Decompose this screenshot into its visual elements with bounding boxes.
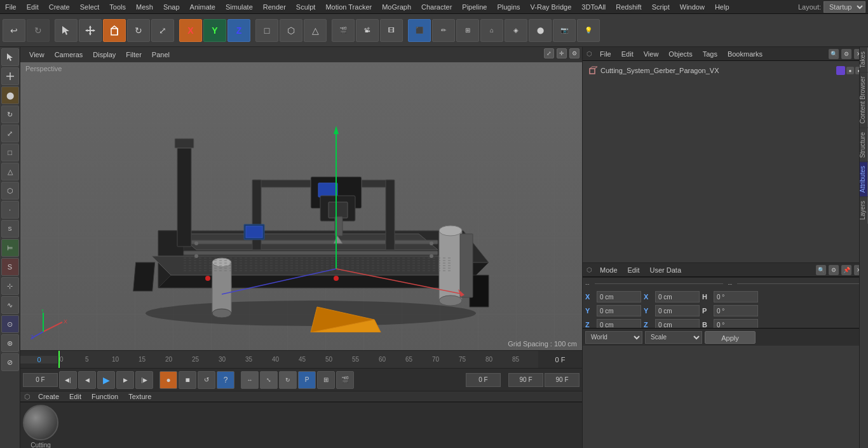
viewport-filter-tab[interactable]: Filter [121,50,146,60]
grid-btn[interactable]: ⊞ [317,371,335,389]
viewport-view-tab[interactable]: View [24,50,50,60]
left-mirror-btn[interactable]: ⊨ [1,239,19,257]
z-axis-button[interactable]: Z [227,19,250,42]
left-poly-btn[interactable]: △ [1,163,19,180]
side-tab-takes[interactable]: Takes [860,47,868,72]
spline-button[interactable]: ✏ [432,19,455,42]
deform-button[interactable]: ⌂ [480,19,503,42]
menu-file[interactable]: File [0,2,22,12]
step-fwd-btn[interactable]: ▶ [116,371,134,389]
menu-edit[interactable]: Edit [22,2,44,12]
undo-button[interactable]: ↩ [3,19,25,42]
menu-redshift[interactable]: Redshift [611,2,646,12]
side-tab-attributes[interactable]: Attributes [860,161,868,196]
left-point-btn[interactable]: · [1,201,19,219]
side-tab-layers[interactable]: Layers [860,196,868,224]
light-button[interactable]: 💡 [577,19,600,42]
play-btn[interactable]: ▶ [97,371,115,389]
viewport-panel-tab[interactable]: Panel [147,50,175,60]
coord-x-input[interactable] [597,291,641,302]
render-view-btn[interactable]: 🎬 [336,371,354,389]
menu-mograph[interactable]: MoGraph [377,2,416,12]
menu-create[interactable]: Create [44,2,75,12]
help-btn[interactable]: ? [217,371,234,389]
camera-button[interactable]: 📷 [553,19,576,42]
menu-simulate[interactable]: Simulate [220,2,258,12]
material-button[interactable]: ⬤ [529,19,552,42]
side-tab-content-browser[interactable]: Content Browser [860,72,868,127]
material-function-tab[interactable]: Function [86,391,123,402]
attr-settings-btn[interactable]: ⚙ [829,265,839,275]
loop-btn[interactable]: ↺ [198,371,215,389]
objects-settings-btn[interactable]: ⚙ [841,49,851,59]
menu-animate[interactable]: Animate [185,2,220,12]
timeline-ruler[interactable]: 0 5 10 15 20 25 30 35 40 45 50 55 60 65 … [58,351,538,368]
viewport[interactable]: View Cameras Display Filter Panel ⤢ ✛ ⚙ … [20,47,582,350]
edge-mode-button[interactable]: ⬡ [280,19,302,42]
render-to-po-button[interactable]: 📽 [356,19,379,42]
render-settings-button[interactable]: 🎞 [380,19,403,42]
vp-move-view-btn[interactable]: ✛ [557,48,567,58]
menu-select[interactable]: Select [75,2,105,12]
objects-bookmarks-tab[interactable]: Bookmarks [722,49,768,59]
menu-3dtoall[interactable]: 3DToAll [576,2,611,12]
null-button[interactable]: ⬛ [408,19,431,42]
left-tool4-btn[interactable]: ⊛ [1,334,19,352]
left-tool3-btn[interactable]: ⊙ [1,315,19,333]
material-texture-tab[interactable]: Texture [123,391,156,402]
menu-render[interactable]: Render [258,2,291,12]
cube-button[interactable] [103,19,126,42]
scale-select[interactable]: Scale [645,331,702,344]
stop-btn[interactable]: ■ [179,371,196,389]
current-frame-input[interactable] [466,373,501,387]
attr-pin-btn[interactable]: 📌 [841,265,851,275]
attr-edit-tab[interactable]: Edit [623,265,645,275]
menu-vray[interactable]: V-Ray Bridge [526,2,577,12]
left-select-btn[interactable] [1,48,19,66]
redo-button[interactable]: ↻ [27,19,50,42]
end-frame-input2[interactable] [545,373,580,387]
material-edit-tab[interactable]: Edit [64,391,86,402]
left-tool5-btn[interactable]: ⊘ [1,353,19,371]
menu-character[interactable]: Character [416,2,457,12]
left-snap-btn[interactable]: S [1,220,19,238]
left-rotate-btn[interactable]: ↻ [1,105,19,123]
layout-dropdown[interactable]: Startup [824,1,865,13]
left-sym-btn[interactable]: S [1,258,19,276]
menu-tools[interactable]: Tools [104,2,131,12]
material-create-tab[interactable]: Create [33,391,64,402]
left-edge-btn[interactable]: ⬡ [1,182,19,200]
object-visible-btn[interactable]: ● [846,67,854,74]
left-move-btn[interactable] [1,67,19,85]
objects-file-tab[interactable]: File [595,49,616,59]
start-frame-input[interactable] [23,373,58,387]
left-tool2-btn[interactable]: ∿ [1,296,19,314]
object-mode-button[interactable]: □ [255,19,278,42]
menu-window[interactable]: Window [675,2,710,12]
objects-objects-tab[interactable]: Objects [663,49,697,59]
coord-y2-input[interactable] [655,305,700,316]
viewport-cameras-tab[interactable]: Cameras [50,50,88,60]
objects-view-tab[interactable]: View [639,49,664,59]
coord-h-input[interactable] [714,291,758,302]
render-region-button[interactable]: 🎬 [332,19,355,42]
world-select[interactable]: World [585,331,642,344]
proxy-btn[interactable]: P [298,371,316,389]
menu-pipeline[interactable]: Pipeline [457,2,492,12]
vp-maximize-btn[interactable]: ⤢ [544,48,554,58]
viewport-display-tab[interactable]: Display [88,50,121,60]
subdivide-button[interactable]: ⊞ [456,19,479,42]
transform-scale-btn[interactable]: ⤡ [260,371,278,389]
x-axis-button[interactable]: X [179,19,202,42]
scale-button[interactable]: ⤢ [151,19,174,42]
left-scale-btn[interactable]: ⤢ [1,125,19,142]
y-axis-button[interactable]: Y [203,19,226,42]
objects-search-btn[interactable]: 🔍 [829,49,839,59]
attr-search-btn[interactable]: 🔍 [816,265,826,275]
material-ball[interactable] [23,405,58,440]
attr-userdata-tab[interactable]: User Data [645,265,687,275]
menu-sculpt[interactable]: Sculpt [291,2,321,12]
menu-mesh[interactable]: Mesh [131,2,158,12]
side-tab-structure[interactable]: Structure [860,128,868,162]
menu-script[interactable]: Script [647,2,675,12]
